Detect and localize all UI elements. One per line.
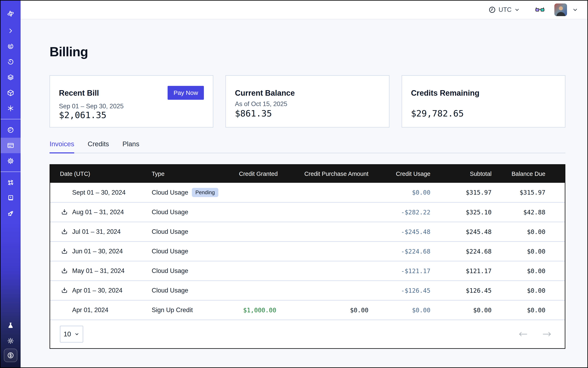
previous-page-button[interactable] — [518, 331, 528, 337]
card-subtitle: Sep 01 – Sep 30, 2025 — [59, 103, 204, 110]
invoice-date: Jun 01 – 30, 2024 — [72, 248, 123, 255]
column-header: Balance Due — [497, 165, 565, 183]
subtotal-cell: $315.97 — [435, 183, 497, 202]
invoice-date: May 01 – 31, 2024 — [72, 267, 125, 275]
recent-bill-amount: $2,061.35 — [59, 110, 204, 120]
main-area: UTC — [21, 1, 587, 367]
invoice-date: Aug 01 – 31, 2024 — [72, 209, 124, 216]
card-subtitle: As of Oct 15, 2025 — [235, 100, 380, 108]
table-row: Sept 01 – 30, 2024 Cloud UsagePending $0… — [50, 183, 565, 202]
credit-purchase-cell — [281, 222, 373, 241]
gear-icon[interactable] — [1, 153, 21, 169]
billing-tabs: Invoices Credits Plans — [50, 140, 565, 153]
page-size-value: 10 — [63, 330, 71, 338]
card-title: Credits Remaining — [411, 89, 479, 98]
pay-now-button[interactable]: Pay Now — [168, 86, 204, 100]
balance-due-cell: $0.00 — [497, 241, 565, 261]
sidebar-item-billing[interactable] — [1, 138, 21, 153]
timezone-selector[interactable]: UTC — [488, 6, 520, 14]
invoice-date: Apr 01, 2024 — [72, 306, 109, 314]
sidebar-divider — [1, 172, 21, 172]
balance-due-cell: $315.97 — [497, 183, 565, 202]
timezone-label: UTC — [498, 6, 512, 13]
invoice-date: Sept 01 – 30, 2024 — [72, 189, 126, 196]
subtotal-cell: $245.48 — [435, 222, 497, 241]
page-size-select[interactable]: 10 — [60, 326, 83, 342]
asterisk-icon[interactable] — [1, 101, 21, 116]
tab-invoices[interactable]: Invoices — [50, 140, 74, 153]
credit-usage-cell: -$126.45 — [373, 281, 435, 300]
chevron-down-icon — [514, 7, 520, 13]
invoice-type: Cloud Usage — [152, 287, 188, 294]
credit-granted-cell — [239, 202, 281, 222]
download-invoice-button[interactable] — [61, 248, 68, 255]
credits-remaining-card: Credits Remaining $29,782.65 — [402, 75, 565, 128]
table-row: Jul 01 – 31, 2024 Cloud Usage -$245.48 $… — [50, 222, 565, 241]
subtotal-cell: $0.00 — [435, 300, 497, 320]
table-row: Jun 01 – 30, 2024 Cloud Usage -$224.68 $… — [50, 241, 565, 261]
invoice-date: Jul 01 – 31, 2024 — [72, 228, 121, 235]
credit-usage-cell: $0.00 — [373, 183, 435, 202]
next-page-button[interactable] — [542, 331, 552, 337]
logo-orbit-icon[interactable] — [1, 6, 21, 21]
book-sparkles-icon[interactable] — [1, 190, 21, 206]
summary-cards: Recent Bill Pay Now Sep 01 – Sep 30, 202… — [50, 75, 565, 128]
current-balance-amount: $861.35 — [235, 108, 380, 119]
recent-bill-card: Recent Bill Pay Now Sep 01 – Sep 30, 202… — [50, 75, 213, 128]
column-header: Date (UTC) — [50, 165, 152, 183]
invoice-date: Apr 01 – 30, 2024 — [72, 287, 122, 294]
download-invoice-button[interactable] — [61, 209, 68, 216]
tab-plans[interactable]: Plans — [123, 140, 139, 153]
download-invoice-button[interactable] — [61, 228, 68, 235]
credit-granted-cell — [239, 183, 281, 202]
invoices-table: Date (UTC)TypeCredit GrantedCredit Purch… — [50, 164, 565, 349]
cube-icon[interactable] — [1, 85, 21, 101]
account-menu-chevron-icon[interactable] — [572, 7, 579, 13]
helm-wheel-icon[interactable] — [1, 175, 21, 190]
balance-due-cell: $0.00 — [497, 222, 565, 241]
credit-purchase-cell — [281, 241, 373, 261]
column-header: Subtotal — [435, 165, 497, 183]
credit-purchase-cell — [281, 202, 373, 222]
invoice-type: Cloud Usage — [152, 248, 188, 255]
gauge-icon[interactable] — [1, 122, 21, 138]
balance-due-cell: $0.00 — [497, 300, 565, 320]
current-balance-card: Current Balance As of Oct 15, 2025 $861.… — [226, 75, 389, 128]
invoice-type: Sign Up Credit — [152, 306, 193, 313]
content: Billing Recent Bill Pay Now Sep 01 – Sep… — [21, 19, 587, 367]
collapse-chevron-right-icon[interactable] — [1, 23, 21, 38]
timer-icon[interactable] — [1, 54, 21, 70]
table-footer: 10 — [50, 320, 565, 348]
credit-purchase-cell — [281, 261, 373, 281]
tab-credits[interactable]: Credits — [88, 140, 109, 153]
glasses-icon[interactable] — [535, 7, 544, 13]
table-row: Apr 01, 2024 Sign Up Credit $1,000.00 $0… — [50, 300, 565, 320]
invoice-table-body: Sept 01 – 30, 2024 Cloud UsagePending $0… — [50, 183, 565, 320]
subtotal-cell: $224.68 — [435, 241, 497, 261]
sidebar-divider — [1, 119, 21, 119]
user-avatar[interactable] — [554, 3, 567, 16]
table-row: Apr 01 – 30, 2024 Cloud Usage -$126.45 $… — [50, 281, 565, 300]
credit-usage-cell: -$121.17 — [373, 261, 435, 281]
credit-usage-cell: -$282.22 — [373, 202, 435, 222]
subtotal-cell: $126.45 — [435, 281, 497, 300]
credit-purchase-cell — [281, 183, 373, 202]
spiral-scan-icon[interactable] — [1, 38, 21, 54]
download-invoice-button[interactable] — [61, 287, 68, 294]
clock-icon — [488, 6, 496, 14]
topbar: UTC — [21, 1, 587, 19]
balance-due-cell: $0.00 — [497, 281, 565, 300]
dollar-seal-button[interactable] — [4, 349, 17, 362]
download-invoice-button[interactable] — [61, 267, 68, 275]
credit-purchase-cell: $0.00 — [281, 300, 373, 320]
sun-icon[interactable] — [1, 333, 21, 349]
flask-icon[interactable] — [1, 318, 21, 333]
status-badge: Pending — [192, 188, 218, 197]
invoice-type: Cloud Usage — [152, 189, 188, 196]
layers-icon[interactable] — [1, 70, 21, 85]
credit-granted-cell: $1,000.00 — [239, 300, 281, 320]
credits-remaining-amount: $29,782.65 — [411, 108, 556, 119]
invoice-type: Cloud Usage — [152, 267, 188, 274]
credit-usage-cell: $0.00 — [373, 300, 435, 320]
rocket-icon[interactable] — [1, 206, 21, 221]
